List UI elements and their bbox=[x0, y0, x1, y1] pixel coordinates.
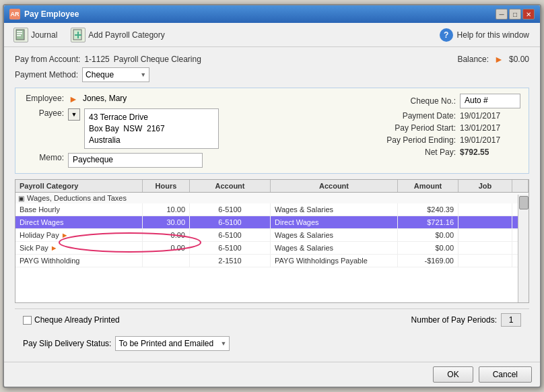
row0-hours: 10.00 bbox=[143, 203, 190, 216]
row4-job bbox=[458, 255, 512, 267]
action-bar: OK Cancel bbox=[4, 362, 540, 387]
table-row[interactable]: Holiday Pay ► 0.00 6-5100 Wages & Salari… bbox=[15, 229, 529, 242]
table-row[interactable]: Sick Pay ► 0.00 6-5100 Wages & Salaries … bbox=[15, 242, 529, 255]
slip-delivery-row: Pay Slip Delivery Status: To be Printed … bbox=[15, 336, 529, 355]
group-header: ▣ Wages, Deductions and Taxes bbox=[15, 193, 529, 203]
journal-button[interactable]: Journal bbox=[9, 26, 61, 44]
cheque-printed-label: Cheque Already Printed bbox=[34, 315, 120, 325]
journal-label: Journal bbox=[31, 30, 57, 40]
memo-label: Memo: bbox=[24, 153, 64, 162]
col-category: Payroll Category bbox=[15, 180, 143, 192]
payroll-table: Payroll Category Hours Account Account A… bbox=[15, 179, 529, 303]
row3-amount: $0.00 bbox=[398, 242, 458, 254]
row3-account-name: Wages & Salaries bbox=[271, 242, 398, 254]
col-account-name: Account bbox=[271, 180, 398, 192]
row1-job bbox=[458, 216, 512, 228]
payment-method-row: Payment Method: Cheque ▼ bbox=[15, 67, 529, 82]
title-bar: AR Pay Employee ─ □ ✕ bbox=[4, 5, 540, 23]
add-payroll-icon bbox=[71, 28, 86, 42]
employee-label: Employee: bbox=[24, 94, 64, 103]
ok-button[interactable]: OK bbox=[433, 366, 473, 383]
balance-value: $0.00 bbox=[509, 55, 529, 64]
pay-period-start-value: 13/01/2017 bbox=[460, 123, 500, 133]
help-button[interactable]: ? Help for this window bbox=[434, 27, 535, 43]
row0-job bbox=[458, 203, 512, 216]
table-row[interactable]: Direct Wages 30.00 6-5100 Direct Wages $… bbox=[15, 216, 529, 229]
payment-date-label: Payment Date: bbox=[368, 111, 456, 121]
pay-periods-value: 1 bbox=[509, 315, 514, 325]
help-label: Help for this window bbox=[457, 30, 529, 40]
add-payroll-button[interactable]: Add Payroll Category bbox=[67, 26, 168, 44]
close-button[interactable]: ✕ bbox=[522, 9, 535, 20]
row2-hours: 0.00 bbox=[143, 229, 190, 241]
col-job: Job bbox=[458, 180, 512, 192]
balance-label: Balance: bbox=[457, 55, 489, 64]
cheque-input[interactable]: Auto # bbox=[460, 94, 520, 108]
cheque-label: Cheque No.: bbox=[368, 96, 456, 106]
payment-method-dropdown[interactable]: Cheque ▼ bbox=[82, 67, 149, 82]
restore-button[interactable]: □ bbox=[509, 9, 521, 20]
pay-from-row: Pay from Account: 1-1125 Payroll Cheque … bbox=[15, 55, 201, 64]
slip-dropdown-arrow-icon: ▼ bbox=[220, 340, 226, 347]
svg-rect-1 bbox=[17, 31, 22, 32]
row3-hours: 0.00 bbox=[143, 242, 190, 254]
row1-amount: $721.16 bbox=[398, 216, 458, 228]
row4-account: 2-1510 bbox=[190, 255, 271, 267]
slip-delivery-dropdown[interactable]: To be Printed and Emailed ▼ bbox=[115, 336, 230, 351]
row1-hours: 30.00 bbox=[143, 216, 190, 228]
employee-left: Employee: ► Jones, Mary Payee: ▼ 43 Terr… bbox=[24, 94, 355, 168]
payment-date-row: Payment Date: 19/01/2017 bbox=[368, 111, 520, 121]
col-scroll bbox=[512, 180, 529, 192]
memo-input[interactable]: Paycheque bbox=[68, 153, 203, 168]
col-hours: Hours bbox=[143, 180, 190, 192]
slip-delivery-value: To be Printed and Emailed bbox=[118, 339, 213, 348]
memo-row: Memo: Paycheque bbox=[24, 153, 355, 168]
table-header: Payroll Category Hours Account Account A… bbox=[15, 180, 529, 193]
account-code: 1-1125 bbox=[84, 55, 109, 64]
pay-period-ending-value: 19/01/2017 bbox=[460, 135, 500, 145]
row4-account-name: PAYG Withholdings Payable bbox=[271, 255, 398, 267]
address-field[interactable]: 43 Terrace Drive Box Bay NSW 2167 Austra… bbox=[84, 108, 219, 149]
pay-period-start-label: Pay Period Start: bbox=[368, 123, 456, 133]
table-row[interactable]: PAYG Withholding 2-1510 PAYG Withholding… bbox=[15, 255, 529, 267]
table-row[interactable]: Base Hourly 10.00 6-5100 Wages & Salarie… bbox=[15, 203, 529, 216]
employee-right: Cheque No.: Auto # Payment Date: 19/01/2… bbox=[368, 94, 520, 168]
pay-period-start-row: Pay Period Start: 13/01/2017 bbox=[368, 123, 520, 133]
employee-name-row: Employee: ► Jones, Mary bbox=[24, 94, 355, 104]
slip-delivery-label: Pay Slip Delivery Status: bbox=[23, 339, 111, 348]
pay-from-label: Pay from Account: bbox=[15, 55, 80, 64]
payment-date-value: 19/01/2017 bbox=[460, 111, 500, 121]
scrollbar[interactable] bbox=[518, 195, 529, 302]
cheque-printed-checkbox[interactable] bbox=[23, 316, 32, 325]
minimize-button[interactable]: ─ bbox=[496, 9, 508, 20]
bottom-bar: Cheque Already Printed Number of Pay Per… bbox=[15, 308, 529, 331]
scrollbar-thumb[interactable] bbox=[519, 196, 529, 209]
row4-category: PAYG Withholding bbox=[15, 255, 143, 267]
payee-row: Payee: ▼ 43 Terrace Drive Box Bay NSW 21… bbox=[24, 108, 355, 149]
row3-job bbox=[458, 242, 512, 254]
balance-section: Balance: ► $0.00 bbox=[457, 54, 529, 65]
payee-dropdown-button[interactable]: ▼ bbox=[68, 108, 80, 121]
payment-method-label: Payment Method: bbox=[15, 70, 78, 79]
add-payroll-label: Add Payroll Category bbox=[88, 30, 164, 40]
cancel-button[interactable]: Cancel bbox=[479, 366, 532, 383]
col-amount: Amount bbox=[398, 180, 458, 192]
payee-label: Payee: bbox=[24, 108, 64, 118]
svg-rect-2 bbox=[17, 33, 22, 34]
group-collapse-icon[interactable]: ▣ bbox=[18, 195, 24, 202]
row0-account: 6-5100 bbox=[190, 203, 271, 216]
group-label: Wages, Deductions and Taxes bbox=[27, 194, 127, 202]
row2-account-name: Wages & Salaries bbox=[271, 229, 398, 241]
employee-arrow-icon: ► bbox=[68, 94, 79, 104]
net-pay-label: Net Pay: bbox=[368, 148, 456, 157]
col-account: Account bbox=[190, 180, 271, 192]
journal-icon bbox=[13, 28, 28, 42]
row1-account: 6-5100 bbox=[190, 216, 271, 228]
holiday-arrow-icon: ► bbox=[61, 231, 69, 239]
title-bar-left: AR Pay Employee bbox=[9, 9, 79, 20]
pay-periods-input[interactable]: 1 bbox=[501, 313, 521, 327]
row2-amount: $0.00 bbox=[398, 229, 458, 241]
row1-account-name: Direct Wages bbox=[271, 216, 398, 228]
pay-periods-label: Number of Pay Periods: bbox=[411, 315, 497, 325]
help-icon: ? bbox=[440, 28, 453, 42]
